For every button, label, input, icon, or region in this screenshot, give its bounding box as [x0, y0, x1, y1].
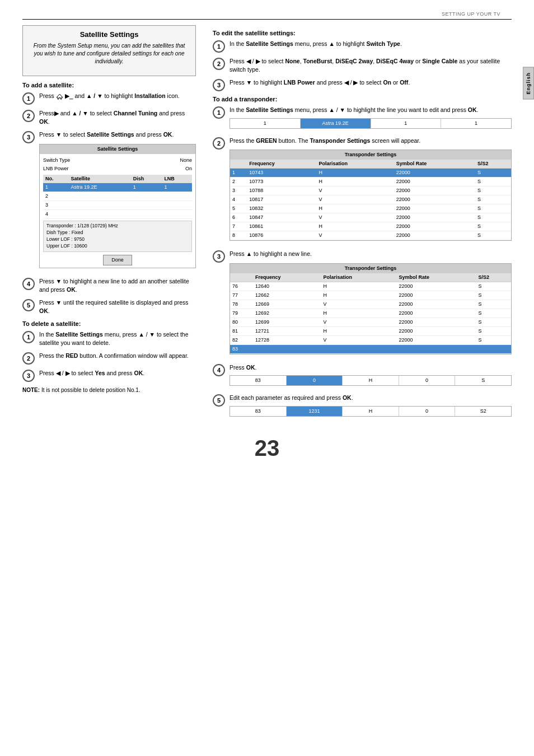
- ir2-cell-1: 83: [230, 376, 287, 385]
- sat-lnb-2: [162, 192, 192, 200]
- ir3-cell-4: 0: [399, 407, 456, 416]
- lnb-power-label: LNB Power: [43, 165, 69, 172]
- inline-row-2: 83 0 H 0 S: [229, 375, 512, 386]
- inline-cell-1-4: 1: [441, 119, 511, 128]
- sat-no-1: 1: [43, 183, 68, 192]
- t2-row-82: 8212728V22000S: [230, 335, 511, 344]
- step-content-4: Press ▼ to highlight a new line to add a…: [39, 277, 196, 294]
- t2-row-80: 8012699V22000S: [230, 318, 511, 326]
- t1-row-4: 410817V22000S: [230, 195, 511, 204]
- inline-row-3: 83 1231 H 0 S2: [229, 406, 512, 417]
- transponder-title-1: Transponder Settings: [230, 150, 511, 160]
- ir3-cell-5: S2: [455, 407, 511, 416]
- t1-row-1: 110743H22000S: [230, 169, 511, 178]
- transponder-title-2: Transponder Settings: [230, 264, 511, 273]
- lnb-power-row: LNB Power On: [43, 165, 192, 173]
- step-content-3: Press ▼ to select Satellite Settings and…: [39, 130, 196, 272]
- col-dish: Dish: [131, 175, 162, 183]
- step-num-4: 4: [22, 278, 35, 290]
- ir3-cell-3: H: [343, 407, 399, 416]
- t1-col-no: [230, 160, 247, 169]
- sat-dish-1: 1: [131, 183, 162, 192]
- step-num-3: 3: [22, 131, 35, 143]
- edit-step-num-1: 1: [213, 40, 225, 53]
- sat-name-1: Astra 19.2E: [68, 183, 130, 192]
- add-sat-step-1: 1 Press ▶⎯ and ▲ / ▼ to highlight Instal…: [22, 92, 196, 105]
- del-step-content-1: In the Satellite Settings menu, press ▲ …: [39, 330, 196, 347]
- add-trans-content-3: Press ▲ to highlight a new line. Transpo…: [229, 250, 512, 359]
- add-trans-num-1: 1: [213, 106, 225, 119]
- step1-arrow: ▶⎯: [65, 92, 73, 99]
- transponder-table-1: Frequency Polarisation Symbol Rate S/S2 …: [230, 160, 511, 240]
- ir3-cell-2: 1231: [287, 407, 343, 416]
- right-column: To edit the satellite settings: 1 In the…: [207, 25, 512, 424]
- add-trans-num-5: 5: [213, 394, 225, 407]
- inline-cell-1-1: 1: [230, 119, 301, 128]
- english-tab: English: [523, 67, 534, 100]
- edit-sat-step-3: 3 Press ▼ to highlight LNB Power and pre…: [213, 78, 512, 91]
- step-content-1: Press ▶⎯ and ▲ / ▼ to highlight Installa…: [39, 92, 196, 100]
- sat-dish-2: [131, 192, 162, 200]
- col-no: No.: [43, 175, 68, 183]
- done-button[interactable]: Done: [103, 255, 132, 265]
- edit-satellite-heading: To edit the satellite settings:: [213, 30, 512, 36]
- t1-col-ss: S/S2: [475, 160, 511, 169]
- add-trans-content-5: Edit each parameter as required and pres…: [229, 394, 512, 419]
- switch-type-value: None: [180, 157, 192, 164]
- t1-row-3: 310788V22000S: [230, 186, 511, 195]
- t1-row-6: 610847V22000S: [230, 213, 511, 222]
- sat-no-2: 2: [43, 192, 68, 200]
- ir2-cell-5: S: [455, 376, 511, 385]
- sat-screenshot: Satellite Settings Switch Type None LNB …: [39, 144, 196, 268]
- content-area: Satellite Settings From the System Setup…: [0, 20, 534, 424]
- delete-satellite-heading: To delete a satellite:: [22, 320, 196, 327]
- left-column: Satellite Settings From the System Setup…: [22, 25, 207, 424]
- note-text: NOTE: It is not possible to delete posit…: [22, 386, 196, 394]
- add-trans-step-4: 4 Press OK. 83 0 H 0 S: [213, 363, 512, 389]
- sat-row-2: 2: [43, 192, 192, 200]
- add-sat-step-5: 5 Press ▼ until the required satellite i…: [22, 298, 196, 315]
- switch-type-label: Switch Type: [43, 157, 70, 164]
- t1-row-7: 710861H22000S: [230, 222, 511, 231]
- t1-row-5: 510832H22000S: [230, 204, 511, 213]
- section-desc: From the System Setup menu, you can add …: [30, 42, 189, 66]
- add-trans-step-3: 3 Press ▲ to highlight a new line. Trans…: [213, 250, 512, 359]
- switch-type-row: Switch Type None: [43, 156, 192, 165]
- done-btn-row: Done: [43, 255, 192, 265]
- sat-no-3: 3: [43, 200, 68, 209]
- del-step-num-1: 1: [22, 331, 35, 343]
- sat-row-1: 1 Astra 19.2E 1 1: [43, 183, 192, 192]
- setting-up-label: SETTING UP YOUR TV: [0, 11, 534, 17]
- inline-cell-1-3: 1: [371, 119, 442, 128]
- t2-row-78: 7812669V22000S: [230, 300, 511, 309]
- page: SETTING UP YOUR TV English Satellite Set…: [0, 0, 534, 756]
- sat-lnb-4: [162, 209, 192, 218]
- del-step-content-3: Press ◀ / ▶ to select Yes and press OK.: [39, 369, 196, 377]
- del-sat-step-3: 3 Press ◀ / ▶ to select Yes and press OK…: [22, 369, 196, 382]
- t2-col-freq: Frequency: [253, 273, 321, 282]
- del-sat-step-2: 2 Press the RED button. A confirmation w…: [22, 352, 196, 365]
- t2-row-81: 8112721H22000S: [230, 326, 511, 335]
- inline-cell-1-2: Astra 19.2E: [301, 119, 371, 128]
- col-satellite: Satellite: [68, 175, 130, 183]
- add-trans-content-1: In the Satellite Settings menu, press ▲ …: [229, 106, 512, 132]
- sat-lnb-3: [162, 200, 192, 209]
- transponder-box-2: Transponder Settings Frequency Polarisat…: [229, 263, 512, 354]
- home-icon: [56, 94, 63, 100]
- sat-name-2: [68, 192, 130, 200]
- edit-sat-step-1: 1 In the Satellite Settings menu, press …: [213, 40, 512, 53]
- edit-step-content-3: Press ▼ to highlight LNB Power and press…: [229, 78, 512, 87]
- satellite-table: No. Satellite Dish LNB 1 Ast: [43, 175, 192, 219]
- t2-row-77: 7712662H22000S: [230, 291, 511, 300]
- transponder-box-1: Transponder Settings Frequency Polarisat…: [229, 150, 512, 241]
- lnb-power-value: On: [185, 165, 192, 172]
- edit-step-num-3: 3: [213, 79, 225, 91]
- add-transponder-heading: To add a transponder:: [213, 96, 512, 102]
- sat-no-4: 4: [43, 209, 68, 218]
- sat-screenshot-title: Satellite Settings: [40, 144, 195, 154]
- t2-row-79: 7912692H22000S: [230, 309, 511, 318]
- del-step-num-2: 2: [22, 352, 35, 365]
- inline-row-1: 1 Astra 19.2E 1 1: [229, 118, 512, 129]
- col-lnb: LNB: [162, 175, 192, 183]
- add-trans-step-2: 2 Press the GREEN button. The Transponde…: [213, 137, 512, 246]
